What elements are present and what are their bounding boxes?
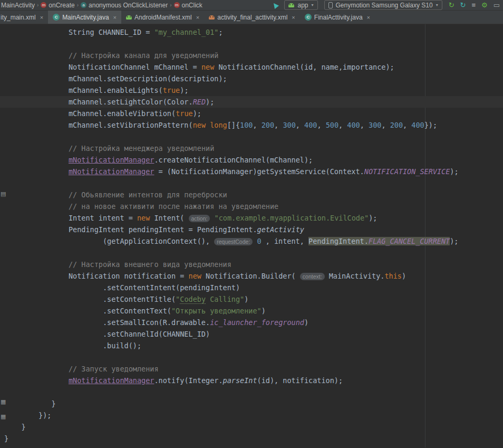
code-line[interactable]: .setContentText("Открыть уведомление") xyxy=(0,305,503,317)
code-line[interactable] xyxy=(0,386,503,398)
tab-label: ity_main.xml xyxy=(1,14,36,21)
code-line[interactable]: } xyxy=(0,433,503,444)
code-line[interactable]: NotificationChannel mChannel = new Notif… xyxy=(0,61,503,73)
android-layout-icon xyxy=(209,15,215,20)
anonymous-class-icon: a xyxy=(81,2,86,8)
tab-label: AndroidManifest.xml xyxy=(134,14,192,21)
code-line[interactable]: String CHANNEL_ID = "my_channel_01"; xyxy=(0,26,503,38)
close-icon[interactable]: × xyxy=(292,14,295,21)
tab-activity-final-acttivity-xml[interactable]: activity_final_acttivity.xml× xyxy=(204,11,300,24)
breadcrumb-item[interactable]: monClick xyxy=(174,2,202,9)
code-line[interactable]: // Настройка внешнего вида уведомления xyxy=(0,259,503,270)
code-line[interactable]: // Обьявление интентов для переброски xyxy=(0,189,503,201)
logcat-icon[interactable]: ≡ xyxy=(471,2,476,8)
code-line[interactable]: .build(); xyxy=(0,340,503,351)
method-icon: m xyxy=(174,2,180,8)
method-icon: m xyxy=(41,2,46,8)
code-area[interactable]: String CHANNEL_ID = "my_channel_01"; // … xyxy=(0,24,503,444)
code-line[interactable]: } xyxy=(0,398,503,409)
navigation-bar: MainActivity›monCreate›aanonymous OnClic… xyxy=(0,0,503,11)
code-line[interactable] xyxy=(0,351,503,363)
code-line[interactable]: .setChannelId(CHANNEL_ID) xyxy=(0,328,503,340)
tab-ity-main-xml[interactable]: ity_main.xml× xyxy=(0,11,48,24)
bookmark2-icon: ▦ xyxy=(1,414,6,420)
code-line[interactable]: mNotificationManager = (NotificationMana… xyxy=(0,166,503,177)
breadcrumb: MainActivity›monCreate›aanonymous OnClic… xyxy=(1,2,202,9)
tab-androidmanifest-xml[interactable]: AndroidManifest.xml× xyxy=(121,11,204,24)
code-line[interactable]: // на новое активити после нажатия на ув… xyxy=(0,201,503,212)
code-line[interactable]: mChannel.setLightColor(Color.RED); xyxy=(0,96,503,108)
code-line[interactable]: mNotificationManager.createNotificationC… xyxy=(0,154,503,166)
bookmark-icon: ▦ xyxy=(1,399,6,405)
device-phone-icon xyxy=(328,2,333,8)
code-line[interactable]: mNotificationManager.notify(Integer.pars… xyxy=(0,375,503,386)
toolbar-right: app ▾ Genymotion Samsung Galaxy S10 ▾ ↻↻… xyxy=(273,0,500,10)
android-icon xyxy=(288,3,294,7)
breadcrumb-separator: › xyxy=(77,2,79,8)
apply-changes-icon[interactable]: ↻ xyxy=(449,2,454,8)
close-icon[interactable]: × xyxy=(40,14,43,21)
code-line[interactable] xyxy=(0,131,503,142)
breadcrumb-item[interactable]: MainActivity xyxy=(1,2,35,9)
code-line[interactable]: } xyxy=(0,421,503,433)
code-line[interactable] xyxy=(0,38,503,50)
breadcrumb-item[interactable]: aanonymous OnClickListener xyxy=(81,2,168,9)
editor-tabs: ity_main.xml×CMainActivity.java×AndroidM… xyxy=(0,11,503,24)
code-line[interactable] xyxy=(0,177,503,189)
code-line[interactable]: Intent intent = new Intent( action: "com… xyxy=(0,212,503,224)
code-line[interactable]: .setSmallIcon(R.drawable.ic_launcher_for… xyxy=(0,317,503,328)
java-class-icon: C xyxy=(53,14,60,21)
cursor-icon[interactable] xyxy=(272,1,279,8)
breadcrumb-label: anonymous OnClickListener xyxy=(89,2,168,9)
tab-finalacttivity-java[interactable]: CFinalActtivity.java× xyxy=(300,11,375,24)
code-line[interactable]: mChannel.enableVibration(true); xyxy=(0,108,503,119)
android-file-icon xyxy=(126,15,132,20)
code-line[interactable]: mChannel.enableLights(true); xyxy=(0,84,503,96)
code-line[interactable]: (getApplicationContext(), requestCode: 0… xyxy=(0,235,503,247)
code-line[interactable]: PendingIntent pendingIntent = PendingInt… xyxy=(0,224,503,235)
tab-label: MainActivity.java xyxy=(62,14,109,21)
emulator-icon[interactable]: ▭ xyxy=(494,2,500,8)
code-line[interactable]: // Запуск уведомления xyxy=(0,363,503,375)
device-selector[interactable]: Genymotion Samsung Galaxy S10 ▾ xyxy=(324,0,442,10)
tab-label: activity_final_acttivity.xml xyxy=(217,14,287,21)
clipboard-icon: ▤ xyxy=(1,191,6,197)
code-line[interactable]: // Настройка канала для уведомлений xyxy=(0,50,503,61)
breadcrumb-label: MainActivity xyxy=(1,2,35,9)
code-line[interactable] xyxy=(0,247,503,259)
code-line[interactable]: // Настройка менеджера уведомлений xyxy=(0,142,503,154)
breadcrumb-item[interactable]: monCreate xyxy=(41,2,74,9)
tab-label: FinalActtivity.java xyxy=(314,14,363,21)
java-class-icon: C xyxy=(305,14,312,21)
code-line[interactable]: mChannel.setVibrationPattern(new long[]{… xyxy=(0,119,503,131)
device-manager-icon[interactable]: ⚙ xyxy=(481,2,488,8)
code-line[interactable]: .setContentIntent(pendingIntent) xyxy=(0,282,503,293)
close-icon[interactable]: × xyxy=(367,14,370,21)
code-editor[interactable]: String CHANNEL_ID = "my_channel_01"; // … xyxy=(0,24,503,447)
code-line[interactable]: .setContentTitle("Codeby Calling") xyxy=(0,293,503,305)
chevron-down-icon: ▾ xyxy=(436,3,438,7)
breadcrumb-label: onCreate xyxy=(49,2,74,9)
code-line[interactable]: mChannel.setDescription(description); xyxy=(0,73,503,84)
code-line[interactable]: Notification notification = new Notifica… xyxy=(0,270,503,282)
breadcrumb-separator: › xyxy=(170,2,171,8)
close-icon[interactable]: × xyxy=(113,14,117,21)
run-config-selector[interactable]: app ▾ xyxy=(284,0,317,10)
apply-code-changes-icon[interactable]: ↻ xyxy=(460,2,466,8)
tab-mainactivity-java[interactable]: CMainActivity.java× xyxy=(48,11,121,24)
chevron-down-icon: ▾ xyxy=(312,3,314,7)
breadcrumb-label: onClick xyxy=(182,2,202,9)
breadcrumb-separator: › xyxy=(37,2,38,8)
code-line[interactable]: }); xyxy=(0,409,503,421)
run-config-label: app xyxy=(297,2,308,9)
device-label: Genymotion Samsung Galaxy S10 xyxy=(336,2,433,9)
toolbar-actions: ↻↻≡⚙▭ xyxy=(449,2,500,8)
close-icon[interactable]: × xyxy=(196,14,199,21)
